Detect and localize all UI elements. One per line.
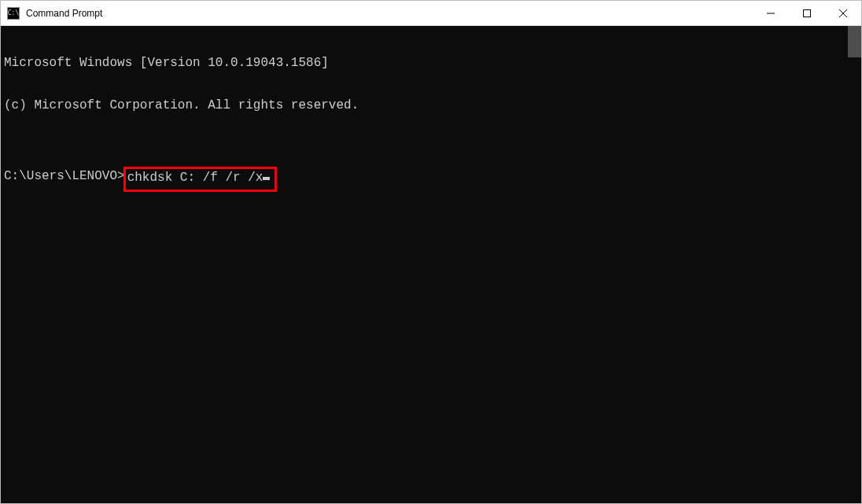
command-text: chkdsk C: /f /r /x [127, 171, 263, 185]
maximize-icon [803, 9, 811, 17]
text-cursor [263, 177, 270, 180]
close-button[interactable] [825, 1, 861, 25]
prompt-text: C:\Users\LENOVO> [4, 169, 125, 183]
version-line: Microsoft Windows [Version 10.0.19043.15… [4, 56, 848, 70]
window-controls [753, 1, 861, 25]
svg-rect-1 [804, 9, 811, 17]
command-prompt-window: C:\ Command Prompt Microsoft Windows [Ve… [0, 0, 862, 504]
copyright-line: (c) Microsoft Corporation. All rights re… [4, 98, 848, 112]
cmd-icon-glyph: C:\ [8, 10, 19, 17]
prompt-row: C:\Users\LENOVO>chkdsk C: /f /r /x [4, 169, 848, 192]
titlebar[interactable]: C:\ Command Prompt [1, 1, 861, 26]
minimize-icon [767, 9, 775, 17]
maximize-button[interactable] [789, 1, 825, 25]
vertical-scrollbar[interactable] [848, 26, 861, 503]
close-icon [839, 9, 847, 17]
window-title: Command Prompt [26, 8, 102, 19]
cmd-icon: C:\ [7, 7, 20, 20]
minimize-button[interactable] [753, 1, 789, 25]
command-highlight: chkdsk C: /f /r /x [123, 167, 278, 192]
titlebar-left: C:\ Command Prompt [1, 7, 102, 20]
terminal-area: Microsoft Windows [Version 10.0.19043.15… [1, 26, 861, 503]
scrollbar-thumb[interactable] [848, 26, 861, 57]
terminal[interactable]: Microsoft Windows [Version 10.0.19043.15… [1, 26, 848, 503]
